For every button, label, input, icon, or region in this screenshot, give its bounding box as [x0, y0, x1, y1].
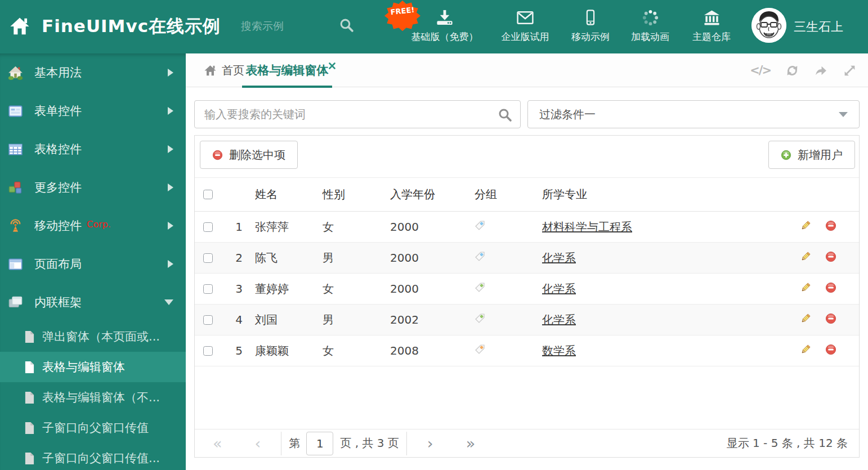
edit-pencil-icon[interactable]	[800, 251, 811, 262]
mail-icon	[502, 8, 549, 27]
nav-loading-animations[interactable]: 加载动画	[631, 8, 669, 43]
file-icon	[24, 452, 35, 465]
add-user-button[interactable]: 新增用户	[768, 141, 855, 169]
major-link[interactable]: 数学系	[542, 344, 576, 357]
search-icon[interactable]	[339, 17, 354, 35]
edit-pencil-icon[interactable]	[800, 344, 811, 355]
tag-icon	[475, 251, 485, 262]
row-checkbox[interactable]	[203, 284, 213, 294]
first-page-icon[interactable]: «	[213, 436, 222, 451]
tab-grid-edit-window[interactable]: 表格与编辑窗体	[242, 53, 332, 87]
nav-label: 加载动画	[631, 30, 669, 43]
row-index: 3	[229, 274, 248, 305]
delete-row-icon[interactable]	[825, 220, 836, 231]
close-icon[interactable]	[329, 59, 335, 72]
sidebar-item-label: 表单控件	[34, 103, 82, 119]
delete-row-icon[interactable]	[825, 282, 836, 293]
tab-label: 首页	[222, 63, 244, 78]
sidebar-nav: 基本用法 表单控件 表格控件 更多控件	[0, 53, 186, 470]
sidebar-item-form-controls[interactable]: 表单控件	[0, 92, 186, 130]
keyword-search-input[interactable]	[195, 101, 520, 128]
sidebar-subitem-grid-edit-window-alt[interactable]: 表格与编辑窗体（不...	[0, 382, 186, 413]
edit-pencil-icon[interactable]	[800, 282, 811, 293]
chevron-right-icon	[168, 69, 173, 77]
row-checkbox[interactable]	[203, 346, 213, 356]
download-icon	[411, 8, 478, 27]
delete-row-icon[interactable]	[825, 344, 836, 355]
view-source-icon[interactable]: </>	[750, 64, 771, 77]
row-checkbox[interactable]	[203, 315, 213, 325]
sidebar-item-page-layout[interactable]: 页面布局	[0, 245, 186, 283]
major-link[interactable]: 化学系	[542, 313, 576, 326]
grid-toolbar: 删除选中项 新增用户	[195, 136, 859, 177]
delete-row-icon[interactable]	[825, 251, 836, 262]
row-index: 1	[229, 212, 248, 243]
home-icon[interactable]	[9, 16, 30, 37]
delete-selected-button[interactable]: 删除选中项	[200, 141, 298, 169]
refresh-icon[interactable]	[785, 64, 799, 78]
button-label: 新增用户	[798, 147, 843, 163]
nav-enterprise-trial[interactable]: 企业版试用	[502, 8, 549, 43]
tab-actions: </>	[750, 53, 857, 87]
sidebar-item-label: 基本用法	[34, 65, 82, 80]
sidebar-item-grid-controls[interactable]: 表格控件	[0, 130, 186, 168]
edit-pencil-icon[interactable]	[800, 220, 811, 231]
sidebar-subitem-child-to-parent-alt[interactable]: 子窗口向父窗口传值...	[0, 443, 186, 470]
major-link[interactable]: 化学系	[542, 282, 576, 296]
cell-name: 康颖颖	[248, 335, 316, 366]
row-checkbox[interactable]	[203, 253, 213, 263]
file-icon	[24, 361, 35, 374]
nav-mobile-demos[interactable]: 移动示例	[571, 8, 610, 43]
header-search-input[interactable]	[241, 16, 331, 37]
nav-theme-store[interactable]: 主题仓库	[692, 8, 731, 43]
share-icon[interactable]	[814, 64, 828, 78]
tab-home[interactable]: 首页	[204, 53, 244, 87]
edit-pencil-icon[interactable]	[800, 313, 811, 324]
sidebar-subitem-label: 子窗口向父窗口传值...	[42, 450, 160, 466]
plus-circle-icon	[781, 150, 791, 160]
cell-name: 陈飞	[248, 243, 316, 274]
major-link[interactable]: 材料科学与工程系	[542, 220, 632, 234]
table-icon	[8, 142, 23, 157]
prev-page-icon[interactable]: ‹	[255, 436, 261, 451]
layout-icon	[8, 257, 23, 272]
sidebar-item-inline-frame[interactable]: 内联框架	[0, 283, 186, 321]
corp-badge: Corp.	[87, 219, 111, 230]
grid-panel: 删除选中项 新增用户 姓名	[194, 135, 860, 458]
divider	[406, 432, 407, 455]
sidebar-subitem-grid-edit-window[interactable]: 表格与编辑窗体	[0, 352, 186, 382]
filter-dropdown[interactable]: 过滤条件一	[527, 100, 860, 128]
nav-label: 移动示例	[571, 30, 610, 43]
sidebar-item-label: 表格控件	[34, 141, 82, 157]
table-row: 4 刘国 男 2002 化学系	[195, 305, 859, 335]
user-menu[interactable]: 三生石上	[794, 19, 858, 35]
search-icon[interactable]	[498, 108, 512, 124]
sidebar-subitem-child-to-parent[interactable]: 子窗口向父窗口传值	[0, 413, 186, 443]
file-icon	[24, 391, 35, 404]
row-checkbox[interactable]	[203, 222, 213, 232]
nav-basic-edition[interactable]: 基础版（免费）	[411, 8, 478, 43]
sidebar-item-mobile-controls[interactable]: 移动控件 Corp.	[0, 207, 186, 245]
sidebar-item-basic-usage[interactable]: 基本用法	[0, 53, 186, 92]
form-icon	[8, 104, 23, 119]
sidebar-item-label: 移动控件	[34, 218, 82, 234]
next-page-icon[interactable]: ›	[427, 436, 433, 451]
last-page-icon[interactable]: »	[466, 436, 476, 451]
major-link[interactable]: 化学系	[542, 251, 576, 265]
page-number-input[interactable]	[306, 432, 333, 455]
page-prefix: 第	[289, 436, 300, 451]
user-name: 三生石上	[794, 19, 843, 35]
filter-dropdown-value: 过滤条件一	[539, 107, 596, 122]
delete-row-icon[interactable]	[825, 313, 836, 324]
sidebar-subitem-popup-window[interactable]: 弹出窗体（本页面或...	[0, 321, 186, 352]
user-avatar[interactable]	[751, 8, 786, 43]
column-header-group: 分组	[468, 178, 535, 212]
row-index: 2	[229, 243, 248, 274]
button-label: 删除选中项	[229, 147, 285, 163]
sidebar-item-more-controls[interactable]: 更多控件	[0, 168, 186, 207]
column-header-name: 姓名	[248, 178, 316, 212]
expand-icon[interactable]	[843, 64, 857, 78]
table-row: 5 康颖颖 女 2008 数学系	[195, 335, 859, 366]
chevron-right-icon	[168, 107, 173, 115]
select-all-checkbox[interactable]	[203, 190, 213, 199]
